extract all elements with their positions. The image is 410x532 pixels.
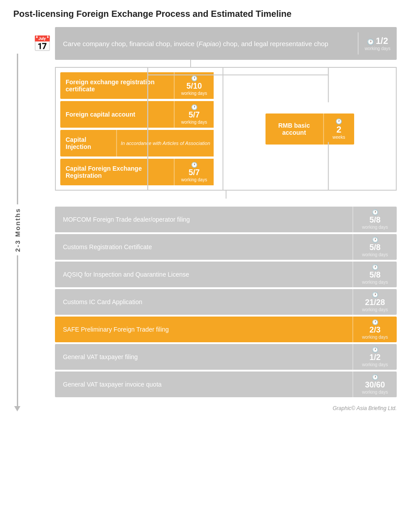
orange-row-1-time: 🕐 5/10 working days — [174, 72, 214, 99]
orange-row-3-note: In accordance with Articles of Associati… — [116, 130, 214, 156]
bottom-row-2: AQSIQ for Inspection and Quarantine Lice… — [55, 262, 397, 287]
rmb-box: RMB basic account 🕐 2 weeks — [266, 113, 354, 145]
orange-row-3-label: Capital Injection — [60, 130, 116, 156]
clock-icon-b0: 🕐 — [372, 209, 379, 215]
top-bar-time-label: working days — [365, 46, 390, 51]
clock-icon-b1: 🕐 — [372, 237, 379, 243]
bottom-row-0-label: MOFCOM Foreign Trade dealer/operator fil… — [55, 207, 352, 232]
calendar-icon-box: 📅 — [29, 27, 55, 60]
bottom-row-5-value: 1/2 — [369, 353, 380, 362]
orange-row-2-timelabel: working days — [181, 120, 207, 125]
footer: Graphic© Asia Briefing Ltd. — [29, 405, 397, 411]
rmb-time-label: weeks — [332, 135, 345, 140]
bottom-row-5: General VAT taxpayer filing 🕐 1/2 workin… — [55, 344, 397, 370]
bottom-row-4-time: 🕐 2/3 working days — [352, 317, 397, 342]
bottom-row-6-value: 30/60 — [365, 380, 385, 390]
bottom-row-2-timelabel: working days — [362, 280, 388, 285]
bottom-row-1: Customs Registration Certificate 🕐 5/8 w… — [55, 234, 397, 260]
clock-icon-b5: 🕐 — [372, 347, 379, 353]
bottom-row-5-timelabel: working days — [362, 362, 388, 367]
side-label-text: 2-3 Months — [14, 208, 21, 252]
bottom-row-2-label: AQSIQ for Inspection and Quarantine Lice… — [55, 262, 352, 287]
bottom-row-3-timelabel: working days — [362, 307, 388, 312]
orange-row-2-time: 🕐 5/7 working days — [174, 101, 214, 128]
bottom-row-0-timelabel: working days — [362, 225, 388, 230]
top-bar-text: Carve company chop, financial chop, invo… — [63, 40, 358, 47]
page-container: Post-licensing Foreign Exchange Process … — [9, 9, 397, 411]
rmb-time: 🕐 2 weeks — [323, 113, 354, 145]
orange-row-4-timelabel: working days — [181, 177, 207, 182]
orange-row-1-timelabel: working days — [181, 91, 207, 96]
clock-icon-rmb: 🕐 — [336, 118, 342, 125]
bottom-row-4-label: SAFE Preliminary Foreign Trader filing — [55, 317, 352, 342]
clock-icon-4: 🕐 — [191, 162, 198, 168]
clock-icon-b4: 🕐 — [372, 319, 379, 325]
bottom-row-6-timelabel: working days — [362, 390, 388, 395]
orange-row-4-label: Capital Foreign Exchange Registration — [60, 159, 174, 185]
bottom-row-6-label: General VAT taxpayer invoice quota — [55, 372, 352, 397]
orange-row-2-label: Foreign capital account — [60, 101, 174, 128]
bottom-rows: MOFCOM Foreign Trade dealer/operator fil… — [55, 207, 397, 397]
orange-row-1-label: Foreign exchange registration certificat… — [60, 72, 174, 99]
top-row: 📅 Carve company chop, financial chop, in… — [29, 27, 397, 60]
orange-row-2-value: 5/7 — [188, 110, 199, 120]
clock-icon-1: 🕐 — [191, 75, 198, 82]
bottom-row-5-label: General VAT taxpayer filing — [55, 344, 352, 370]
bottom-row-4-timelabel: working days — [362, 335, 388, 340]
bottom-row-1-label: Customs Registration Certificate — [55, 234, 352, 260]
bottom-row-6: General VAT taxpayer invoice quota 🕐 30/… — [55, 372, 397, 397]
bottom-row-3-label: Customs IC Card Application — [55, 289, 352, 315]
bottom-row-0-time: 🕐 5/8 working days — [352, 207, 397, 232]
bottom-row-3-time: 🕐 21/28 working days — [352, 289, 397, 315]
side-arrow: 2-3 Months — [11, 54, 23, 411]
rmb-label: RMB basic account — [266, 113, 323, 145]
main-content: 📅 Carve company chop, financial chop, in… — [29, 27, 397, 411]
bottom-row-0-value: 5/8 — [369, 215, 380, 225]
left-orange-block: Foreign exchange registration certificat… — [55, 67, 223, 191]
orange-row-4: Capital Foreign Exchange Registration 🕐 … — [60, 159, 214, 185]
bottom-row-6-time: 🕐 30/60 working days — [352, 372, 397, 397]
bottom-row-3-value: 21/28 — [365, 298, 385, 307]
top-bar-time-badge: 🕐 1/2 working days — [358, 32, 397, 55]
bottom-row-3: Customs IC Card Application 🕐 21/28 work… — [55, 289, 397, 315]
top-connector — [55, 60, 397, 67]
bottom-row-2-time: 🕐 5/8 working days — [352, 262, 397, 287]
clock-icon-b6: 🕐 — [372, 374, 379, 380]
bottom-row-1-timelabel: working days — [362, 252, 388, 257]
top-bar-time-value: 1/2 — [376, 36, 388, 46]
clock-icon-b3: 🕐 — [372, 292, 379, 298]
orange-row-4-time: 🕐 5/7 working days — [174, 159, 214, 185]
bottom-row-0: MOFCOM Foreign Trade dealer/operator fil… — [55, 207, 397, 232]
bottom-row-5-time: 🕐 1/2 working days — [352, 344, 397, 370]
clock-icon-b2: 🕐 — [372, 264, 379, 270]
bottom-row-1-value: 5/8 — [369, 243, 380, 252]
top-bar-time-icon: 🕐 1/2 — [367, 36, 388, 46]
rmb-time-value: 2 — [336, 125, 341, 135]
bottom-row-2-value: 5/8 — [369, 270, 380, 280]
orange-row-2: Foreign capital account 🕐 5/7 working da… — [60, 101, 214, 128]
bottom-row-1-time: 🕐 5/8 working days — [352, 234, 397, 260]
main-title: Post-licensing Foreign Exchange Process … — [9, 9, 397, 19]
right-rmb-block: RMB basic account 🕐 2 weeks — [223, 67, 397, 191]
orange-row-1-value: 5/10 — [186, 82, 202, 91]
bottom-connector — [55, 191, 397, 199]
footer-text: Graphic© Asia Briefing Ltd. — [333, 405, 397, 411]
bottom-row-4-value: 2/3 — [369, 325, 380, 335]
calendar-icon: 📅 — [33, 35, 51, 52]
side-label-col: 2-3 Months — [9, 54, 26, 411]
bottom-row-4: SAFE Preliminary Foreign Trader filing 🕐… — [55, 317, 397, 342]
mid-section: Foreign exchange registration certificat… — [55, 67, 397, 191]
clock-icon-2: 🕐 — [191, 104, 198, 110]
orange-row-3: Capital Injection In accordance with Art… — [60, 130, 214, 156]
top-gray-bar: Carve company chop, financial chop, invo… — [55, 27, 397, 60]
orange-row-1: Foreign exchange registration certificat… — [60, 72, 214, 99]
orange-row-4-value: 5/7 — [188, 168, 199, 177]
